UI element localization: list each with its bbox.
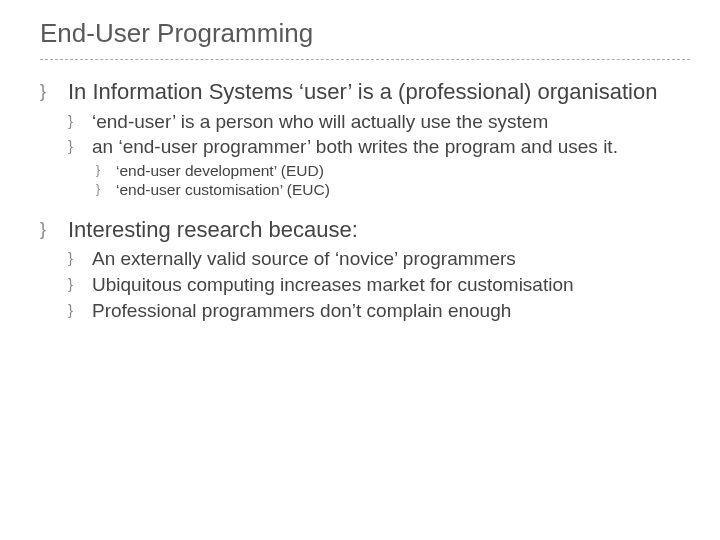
title-divider <box>40 59 690 60</box>
bullet-lvl2: } Professional programmers don’t complai… <box>68 299 690 323</box>
bullet-marker-icon: } <box>96 161 116 177</box>
bullet-marker-icon: } <box>68 273 92 292</box>
bullet-marker-icon: } <box>40 216 68 240</box>
bullet-text: Ubiquitous computing increases market fo… <box>92 273 574 297</box>
bullet-lvl2-block: } ‘end-user’ is a person who will actual… <box>40 110 690 200</box>
bullet-lvl2: } Ubiquitous computing increases market … <box>68 273 690 297</box>
bullet-lvl1: } Interesting research because: <box>40 216 690 244</box>
bullet-lvl2: } An externally valid source of ‘novice’… <box>68 247 690 271</box>
bullet-lvl3: } ‘end-user development’ (EUD) <box>96 161 690 180</box>
bullet-marker-icon: } <box>68 247 92 266</box>
bullet-text: An externally valid source of ‘novice’ p… <box>92 247 516 271</box>
bullet-lvl1: } In Information Systems ‘user’ is a (pr… <box>40 78 690 106</box>
bullet-marker-icon: } <box>40 78 68 102</box>
bullet-marker-icon: } <box>68 135 92 154</box>
bullet-lvl1-block: } In Information Systems ‘user’ is a (pr… <box>40 78 690 200</box>
bullet-text: ‘end-user customisation’ (EUC) <box>116 180 330 199</box>
bullet-marker-icon: } <box>68 299 92 318</box>
bullet-text: ‘end-user development’ (EUD) <box>116 161 324 180</box>
bullet-text: Professional programmers don’t complain … <box>92 299 511 323</box>
bullet-lvl2: } ‘end-user’ is a person who will actual… <box>68 110 690 134</box>
bullet-text: an ‘end-user programmer’ both writes the… <box>92 135 618 159</box>
bullet-text: In Information Systems ‘user’ is a (prof… <box>68 78 657 106</box>
bullet-lvl1-block: } Interesting research because: } An ext… <box>40 216 690 323</box>
bullet-text: ‘end-user’ is a person who will actually… <box>92 110 548 134</box>
slide-title: End-User Programming <box>40 18 690 49</box>
bullet-marker-icon: } <box>96 180 116 196</box>
bullet-lvl2-block: } An externally valid source of ‘novice’… <box>40 247 690 322</box>
bullet-lvl3: } ‘end-user customisation’ (EUC) <box>96 180 690 199</box>
bullet-marker-icon: } <box>68 110 92 129</box>
bullet-lvl2: } an ‘end-user programmer’ both writes t… <box>68 135 690 159</box>
bullet-text: Interesting research because: <box>68 216 358 244</box>
